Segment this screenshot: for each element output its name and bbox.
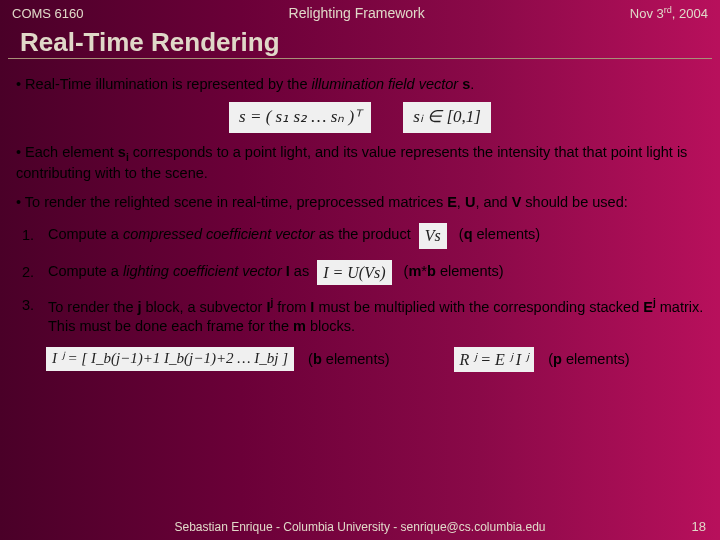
step3-num: 3. [22, 296, 48, 315]
s3-g: must be multiplied with the correspondin… [314, 299, 643, 315]
step3-text: To render the j block, a subvector Ij fr… [48, 296, 704, 336]
b1-text-d: . [470, 76, 474, 92]
bp2b: p [553, 351, 562, 367]
b3-a: • To render the relighted scene in real-… [16, 194, 447, 210]
formula-1-left: s = ( s₁ s₂ … sₙ )ᵀ [229, 102, 371, 132]
b3-E: E [447, 194, 457, 210]
bp2c: elements) [562, 351, 630, 367]
date: Nov 3rd, 2004 [630, 5, 708, 21]
s3-h: E [643, 299, 653, 315]
step1-num: 1. [22, 226, 48, 245]
b3-V: V [512, 194, 522, 210]
bottom-formula-right: R ʲ = E ʲ I ʲ [454, 347, 535, 372]
b3-c: should be used: [521, 194, 627, 210]
bottom-paren-2: (p elements) [548, 350, 629, 369]
s3-c: block, a subvector [142, 299, 267, 315]
s1-formula: Vs [419, 223, 447, 248]
s2-pb: m [408, 263, 421, 279]
bullet-3: • To render the relighted scene in real-… [16, 193, 704, 212]
s3-Ej: Ej [643, 299, 656, 315]
s3-k: blocks. [306, 318, 355, 334]
topic-title: Relighting Framework [289, 5, 425, 21]
s1-a: Compute a [48, 227, 123, 243]
s3-a: To render the [48, 299, 137, 315]
bullet-1: • Real-Time illumination is represented … [16, 75, 704, 94]
date-sup: rd [664, 5, 672, 15]
b2-s-base: s [118, 144, 126, 160]
step-3: 3. To render the j block, a subvector Ij… [22, 296, 704, 336]
b1-text-b: illumination field vector [311, 76, 462, 92]
formula-1-right: sᵢ ∈ [0,1] [403, 102, 491, 132]
slide-title: Real-Time Rendering [8, 25, 712, 59]
formula-1: s = ( s₁ s₂ … sₙ )ᵀ sᵢ ∈ [0,1] [16, 102, 704, 132]
date-post: , 2004 [672, 6, 708, 21]
s3-j: m [293, 318, 306, 334]
b1-text-a: • Real-Time illumination is represented … [16, 76, 311, 92]
slide-body: • Real-Time illumination is represented … [0, 59, 720, 372]
s2-b: lighting coefficient vector [123, 263, 286, 279]
step2-num: 2. [22, 263, 48, 282]
s3-e: from [273, 299, 310, 315]
s2-pd: b [427, 263, 436, 279]
steps-list: 1. Compute a compressed coefficient vect… [22, 223, 704, 335]
footer: Sebastian Enrique - Columbia University … [0, 520, 720, 534]
step-2: 2. Compute a lighting coefficient vector… [22, 260, 704, 285]
s2-pe: elements) [436, 263, 504, 279]
course-code: COMS 6160 [12, 6, 84, 21]
s1-pc: elements) [473, 227, 541, 243]
s2-d: as [290, 263, 309, 279]
bottom-paren-1: (b elements) [308, 350, 389, 369]
header-bar: COMS 6160 Relighting Framework Nov 3rd, … [0, 0, 720, 25]
s2-formula: I = U(Vs) [317, 260, 391, 285]
bullet-2: • Each element si corresponds to a point… [16, 143, 704, 184]
bp1b: b [313, 351, 322, 367]
bp1c: elements) [322, 351, 390, 367]
date-pre: Nov 3 [630, 6, 664, 21]
s1-pb: q [464, 227, 473, 243]
bottom-formula-left: I ʲ = [ I_b(j−1)+1 I_b(j−1)+2 … I_bj ] [46, 347, 294, 371]
b3-b: , and [475, 194, 511, 210]
b2-a: • Each element [16, 144, 118, 160]
step1-text: Compute a compressed coefficient vector … [48, 223, 704, 248]
s1-c: as the product [315, 227, 411, 243]
s2-a: Compute a [48, 263, 123, 279]
b3-U: U [465, 194, 475, 210]
b2-s: si [118, 144, 129, 160]
bottom-formulas: I ʲ = [ I_b(j−1)+1 I_b(j−1)+2 … I_bj ] (… [42, 347, 704, 372]
page-number: 18 [692, 519, 706, 534]
footer-text: Sebastian Enrique - Columbia University … [174, 520, 545, 534]
step-1: 1. Compute a compressed coefficient vect… [22, 223, 704, 248]
step2-text: Compute a lighting coefficient vector I … [48, 260, 704, 285]
s1-b: compressed coefficient vector [123, 227, 315, 243]
